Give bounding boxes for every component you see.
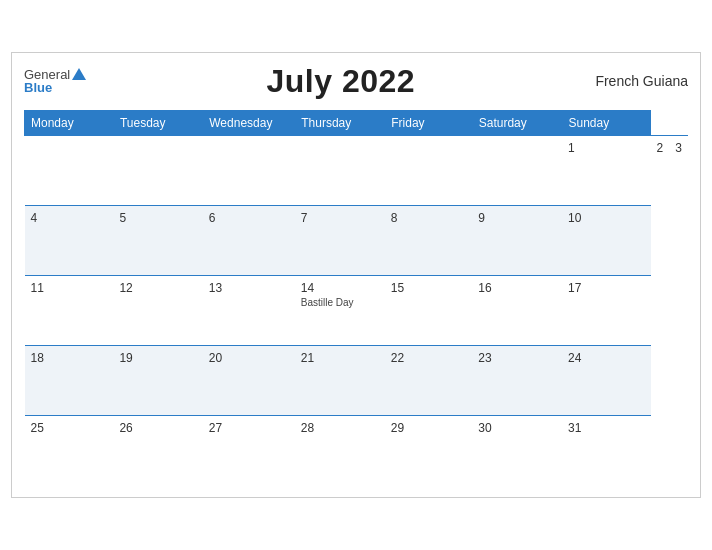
day-number: 20 (209, 351, 289, 365)
week-3-day-3: 14Bastille Day (295, 275, 385, 345)
event-label: Bastille Day (301, 297, 379, 308)
week-2-day-3: 7 (295, 205, 385, 275)
day-number: 13 (209, 281, 289, 295)
week-5-day-0: 25 (25, 415, 114, 485)
day-number: 5 (119, 211, 196, 225)
week-1-day-5: 3 (669, 135, 688, 205)
calendar-header: General Blue July 2022 French Guiana (24, 63, 688, 100)
week-3-day-4: 15 (385, 275, 473, 345)
week-3-day-0: 11 (25, 275, 114, 345)
week-1-day-3: 1 (562, 135, 651, 205)
day-number: 14 (301, 281, 379, 295)
week-1-day-empty-2 (203, 135, 295, 205)
calendar-title: July 2022 (267, 63, 416, 100)
week-2-day-0: 4 (25, 205, 114, 275)
week-5-day-6: 31 (562, 415, 651, 485)
day-number: 18 (31, 351, 108, 365)
day-number: 8 (391, 211, 467, 225)
week-4-day-4: 22 (385, 345, 473, 415)
header-sunday: Sunday (562, 110, 651, 135)
day-number: 23 (478, 351, 556, 365)
week-row-4: 18192021222324 (25, 345, 689, 415)
header-wednesday: Wednesday (203, 110, 295, 135)
header-monday: Monday (25, 110, 114, 135)
week-row-5: 25262728293031 (25, 415, 689, 485)
day-number: 10 (568, 211, 645, 225)
header-thursday: Thursday (295, 110, 385, 135)
week-row-2: 45678910 (25, 205, 689, 275)
week-3-day-5: 16 (472, 275, 562, 345)
week-5-day-4: 29 (385, 415, 473, 485)
day-number: 4 (31, 211, 108, 225)
day-number: 12 (119, 281, 196, 295)
day-number: 9 (478, 211, 556, 225)
week-1-day-empty-0 (25, 135, 114, 205)
week-2-day-1: 5 (113, 205, 202, 275)
week-row-3: 11121314Bastille Day151617 (25, 275, 689, 345)
day-number: 21 (301, 351, 379, 365)
calendar-container: General Blue July 2022 French Guiana Mon… (11, 52, 701, 499)
logo-blue-text: Blue (24, 81, 52, 94)
day-number: 2 (657, 141, 664, 155)
week-4-day-6: 24 (562, 345, 651, 415)
logo-triangle-icon (72, 68, 86, 80)
week-4-day-5: 23 (472, 345, 562, 415)
calendar-region: French Guiana (595, 73, 688, 89)
day-number: 6 (209, 211, 289, 225)
week-2-day-6: 10 (562, 205, 651, 275)
day-number: 25 (31, 421, 108, 435)
week-row-1: 123 (25, 135, 689, 205)
week-3-day-1: 12 (113, 275, 202, 345)
week-5-day-3: 28 (295, 415, 385, 485)
day-number: 29 (391, 421, 467, 435)
week-1-day-1 (385, 135, 473, 205)
week-4-day-0: 18 (25, 345, 114, 415)
day-number: 27 (209, 421, 289, 435)
day-number: 31 (568, 421, 645, 435)
day-number: 7 (301, 211, 379, 225)
week-1-day-4: 2 (651, 135, 670, 205)
week-3-day-2: 13 (203, 275, 295, 345)
day-number: 16 (478, 281, 556, 295)
week-1-day-0 (295, 135, 385, 205)
days-header-row: Monday Tuesday Wednesday Thursday Friday… (25, 110, 689, 135)
day-number: 26 (119, 421, 196, 435)
header-friday: Friday (385, 110, 473, 135)
day-number: 1 (568, 141, 645, 155)
header-saturday: Saturday (472, 110, 562, 135)
week-4-day-3: 21 (295, 345, 385, 415)
day-number: 17 (568, 281, 645, 295)
logo: General Blue (24, 68, 86, 94)
week-5-day-2: 27 (203, 415, 295, 485)
week-4-day-1: 19 (113, 345, 202, 415)
day-number: 30 (478, 421, 556, 435)
week-5-day-1: 26 (113, 415, 202, 485)
header-tuesday: Tuesday (113, 110, 202, 135)
week-3-day-6: 17 (562, 275, 651, 345)
week-4-day-2: 20 (203, 345, 295, 415)
day-number: 15 (391, 281, 467, 295)
day-number: 11 (31, 281, 108, 295)
day-number: 22 (391, 351, 467, 365)
week-2-day-2: 6 (203, 205, 295, 275)
day-number: 19 (119, 351, 196, 365)
week-2-day-4: 8 (385, 205, 473, 275)
week-1-day-empty-1 (113, 135, 202, 205)
day-number: 3 (675, 141, 682, 155)
week-2-day-5: 9 (472, 205, 562, 275)
week-5-day-5: 30 (472, 415, 562, 485)
day-number: 28 (301, 421, 379, 435)
calendar-grid: Monday Tuesday Wednesday Thursday Friday… (24, 110, 688, 486)
week-1-day-2 (472, 135, 562, 205)
day-number: 24 (568, 351, 645, 365)
